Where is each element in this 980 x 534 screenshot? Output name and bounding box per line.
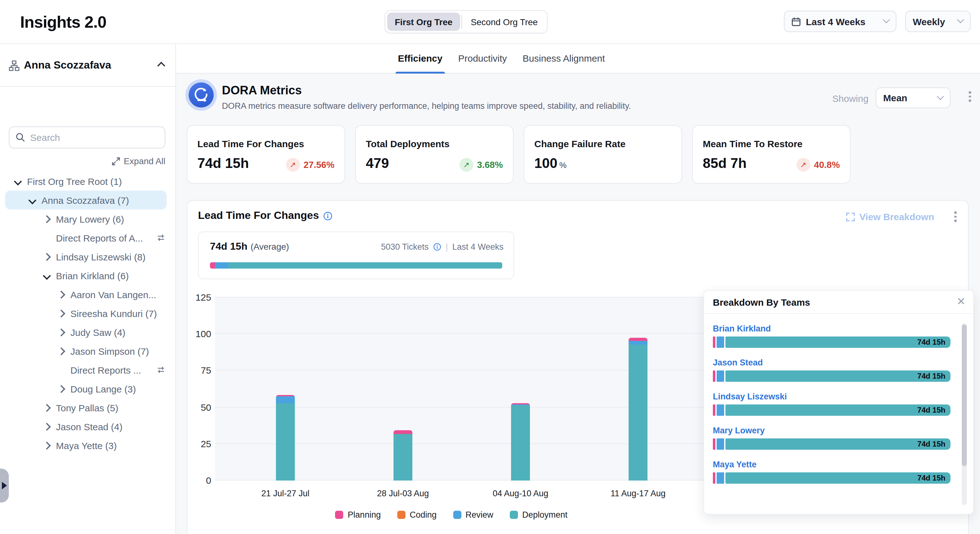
- x-axis-label: 28 Jul-03 Aug: [359, 489, 447, 498]
- team-name-link[interactable]: Brian Kirkland: [713, 324, 950, 333]
- y-axis-label: 100: [191, 328, 211, 339]
- chevron-right-icon[interactable]: [43, 422, 51, 430]
- chevron-up-icon[interactable]: [157, 62, 165, 70]
- bar-segment-planning: [713, 438, 715, 450]
- legend-item-coding[interactable]: Coding: [397, 510, 437, 520]
- bar-segment-deployment: 74d 15h: [725, 370, 950, 382]
- tree-item-anna-scozzafava-7[interactable]: Anna Scozzafava (7): [0, 191, 175, 209]
- trend-delta: 40.8%: [814, 160, 840, 170]
- filter-settings-icon[interactable]: [156, 233, 165, 242]
- bar-segment-deployment: 74d 15h: [725, 472, 950, 484]
- chevron-down-icon[interactable]: [28, 196, 36, 204]
- chevron-down-icon: [883, 16, 890, 23]
- tree-item-label: First Org Tree Root (1): [27, 176, 122, 187]
- chevron-right-icon[interactable]: [57, 385, 65, 392]
- trend-up-icon: ↗: [286, 158, 300, 172]
- team-name-link[interactable]: Mary Lowery: [713, 426, 950, 435]
- tab-efficiency[interactable]: Efficiency: [398, 44, 442, 73]
- info-icon[interactable]: [433, 243, 441, 251]
- tree-item-maya-yette-3[interactable]: Maya Yette (3): [0, 436, 175, 455]
- granularity-select[interactable]: Weekly: [905, 11, 970, 32]
- team-name-link[interactable]: Jason Stead: [713, 358, 950, 367]
- chevron-right-icon[interactable]: [43, 252, 51, 260]
- tab-productivity[interactable]: Productivity: [458, 44, 507, 73]
- expand-all-button[interactable]: Expand All: [112, 156, 165, 166]
- x-axis-label: 04 Aug-10 Aug: [476, 489, 565, 498]
- lead-time-menu-button[interactable]: [954, 211, 957, 222]
- trend-up-icon: ↗: [797, 158, 810, 172]
- chevron-right-icon[interactable]: [43, 215, 51, 223]
- date-range-select[interactable]: Last 4 Weeks: [784, 11, 896, 32]
- tree-item-mary-lowery-6[interactable]: Mary Lowery (6): [0, 209, 175, 228]
- legend-swatch: [510, 511, 518, 519]
- close-icon[interactable]: ✕: [957, 295, 966, 308]
- org-chart-icon: [9, 61, 19, 73]
- y-axis-label: 75: [191, 365, 211, 376]
- team-row-brian-kirkland: Brian Kirkland74d 15h: [713, 324, 950, 348]
- tree-item-tony-pallas-5[interactable]: Tony Pallas (5): [0, 398, 175, 417]
- chevron-right-icon[interactable]: [57, 290, 65, 298]
- aggregation-select[interactable]: Mean: [876, 88, 950, 108]
- org-sidebar: Anna Scozzafava Expand All First Org Tre…: [0, 44, 176, 534]
- tree-item-label: Brian Kirkland (6): [56, 270, 129, 281]
- tab-business-alignment[interactable]: Business Alignment: [523, 44, 605, 73]
- search-input[interactable]: [30, 132, 158, 143]
- view-breakdown-button[interactable]: View Breakdown: [846, 211, 934, 222]
- tree-item-label: Maya Yette (3): [56, 440, 117, 451]
- second-org-tree-button[interactable]: Second Org Tree: [463, 13, 545, 31]
- sidebar-collapse-handle[interactable]: [0, 469, 9, 502]
- chevron-right-icon[interactable]: [43, 403, 51, 411]
- toggle-separator: [461, 14, 462, 29]
- team-name-link[interactable]: Lindsay Liszewski: [713, 392, 950, 401]
- chevron-spacer: [59, 367, 64, 373]
- tickets-count: 5030 Tickets: [381, 242, 429, 252]
- chevron-right-icon[interactable]: [43, 441, 51, 449]
- tree-item-sireesha-kunduri-7[interactable]: Sireesha Kunduri (7): [0, 304, 175, 323]
- tree-item-brian-kirkland-6[interactable]: Brian Kirkland (6): [0, 266, 175, 285]
- chevron-down-icon[interactable]: [14, 177, 22, 185]
- panel-scrollbar-thumb[interactable]: [962, 325, 967, 466]
- range-label: Last 4 Weeks: [452, 242, 504, 252]
- chevron-right-icon[interactable]: [57, 328, 65, 336]
- view-breakdown-label: View Breakdown: [859, 211, 934, 222]
- bar-segment-deployment: [393, 434, 412, 481]
- sidebar-header[interactable]: Anna Scozzafava: [0, 44, 175, 87]
- metric-title: Mean Time To Restore: [703, 139, 802, 149]
- insights-app: Insights 2.0 First Org Tree Second Org T…: [0, 0, 980, 534]
- trend-delta: 27.56%: [304, 160, 334, 170]
- team-name-link[interactable]: Maya Yette: [713, 460, 950, 469]
- tree-item-jason-simpson-7[interactable]: Jason Simpson (7): [0, 341, 175, 360]
- tree-item-jason-stead-4[interactable]: Jason Stead (4): [0, 417, 175, 436]
- team-row-jason-stead: Jason Stead74d 15h: [713, 358, 950, 382]
- tree-item-lindsay-liszewski-8[interactable]: Lindsay Liszewski (8): [0, 247, 175, 266]
- info-icon[interactable]: [323, 211, 333, 220]
- dora-menu-button[interactable]: [969, 91, 971, 102]
- legend-swatch: [397, 511, 405, 519]
- lead-time-card: Lead Time For Changes View Breakdown 74d…: [187, 200, 969, 534]
- bar-segment-planning: [393, 430, 412, 434]
- chevron-right-icon[interactable]: [57, 347, 65, 355]
- first-org-tree-button[interactable]: First Org Tree: [387, 13, 460, 31]
- tree-item-first-org-tree-root-1[interactable]: First Org Tree Root (1): [0, 172, 175, 191]
- bar-segment-review: [717, 336, 724, 348]
- team-lead-time-bar: 74d 15h: [713, 370, 950, 382]
- tree-item-judy-saw-4[interactable]: Judy Saw (4): [0, 323, 175, 341]
- chevron-down-icon[interactable]: [43, 271, 51, 279]
- legend-item-deployment[interactable]: Deployment: [510, 510, 568, 520]
- filter-settings-icon[interactable]: [156, 365, 165, 374]
- tree-item-direct-reports[interactable]: Direct Reports ...: [0, 360, 175, 379]
- chevron-down-icon: [957, 16, 964, 23]
- tree-item-doug-lange-3[interactable]: Doug Lange (3): [0, 379, 175, 398]
- chevron-right-icon[interactable]: [57, 309, 65, 317]
- tree-item-aaron-van-langen[interactable]: Aaron Van Langen...: [0, 285, 175, 304]
- bar-segment-planning: [713, 370, 715, 382]
- tree-item-label: Jason Stead (4): [56, 421, 123, 432]
- legend-item-planning[interactable]: Planning: [335, 510, 380, 520]
- tree-item-direct-reports-of-a[interactable]: Direct Reports of A...: [0, 228, 175, 247]
- dora-metrics-title: DORA Metrics: [222, 84, 302, 97]
- bar-segment-review: [717, 472, 724, 484]
- date-range-value: Last 4 Weeks: [806, 16, 865, 27]
- avg-bar-segment-review: [215, 262, 228, 269]
- x-axis-label: 11 Aug-17 Aug: [594, 489, 682, 498]
- legend-item-review[interactable]: Review: [453, 510, 493, 520]
